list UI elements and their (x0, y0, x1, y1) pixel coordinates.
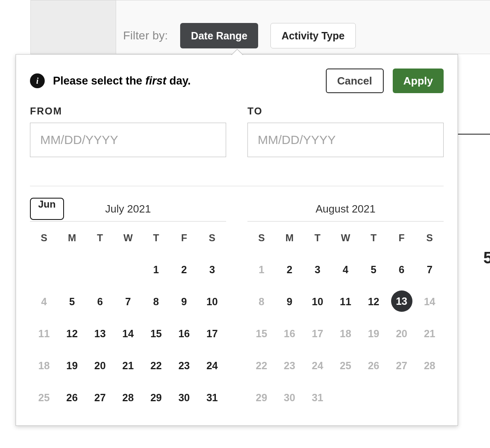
calendar-day[interactable]: 23 (170, 354, 198, 377)
calendar-dow: F (387, 232, 415, 249)
hint-suffix: day. (166, 75, 191, 87)
calendar-day: 11 (30, 322, 58, 345)
calendar-dow: S (198, 232, 226, 249)
calendar-day[interactable]: 15 (142, 322, 170, 345)
calendar-day: 22 (247, 354, 275, 377)
popover-caret-icon (231, 49, 243, 55)
calendar-day: 17 (304, 322, 332, 345)
calendar-day: 4 (30, 290, 58, 313)
calendar-day[interactable]: 2 (275, 258, 303, 281)
calendar-dow: S (416, 232, 444, 249)
calendar-day[interactable]: 17 (198, 322, 226, 345)
calendar-dow: F (170, 232, 198, 249)
filter-by-label: Filter by: (123, 29, 168, 42)
calendar-dow: M (58, 232, 86, 249)
calendar-day (359, 386, 387, 409)
calendar-day[interactable]: 21 (114, 354, 142, 377)
calendar-dow: M (275, 232, 303, 249)
calendar-day: 15 (247, 322, 275, 345)
calendar-day[interactable]: 20 (86, 354, 114, 377)
calendar-dow: T (304, 232, 332, 249)
calendar-day[interactable]: 31 (198, 386, 226, 409)
calendar-day: 31 (304, 386, 332, 409)
calendar-day (86, 258, 114, 281)
calendar-day: 14 (416, 290, 444, 313)
filter-header: Filter by: Date Range Activity Type (0, 0, 490, 54)
calendar-day[interactable]: 9 (275, 290, 303, 313)
hint-emphasis: first (145, 75, 166, 87)
calendar-day[interactable]: 28 (114, 386, 142, 409)
calendar-day[interactable]: 2 (170, 258, 198, 281)
calendar-day[interactable]: 30 (170, 386, 198, 409)
calendar-day[interactable]: 12 (58, 322, 86, 345)
from-date-input[interactable] (30, 123, 226, 157)
calendar-day: 27 (387, 354, 415, 377)
calendar-day: 29 (247, 386, 275, 409)
hint-prefix: Please select the (53, 75, 145, 87)
calendar-day-selected[interactable]: 13 (391, 290, 412, 312)
hint-text: i Please select the first day. (30, 73, 191, 88)
calendar-day[interactable]: 7 (114, 290, 142, 313)
apply-button[interactable]: Apply (393, 69, 444, 93)
filter-activity-type-tab[interactable]: Activity Type (270, 23, 356, 48)
calendar-day[interactable]: 7 (416, 258, 444, 281)
calendar-day[interactable]: 4 (332, 258, 359, 281)
info-icon: i (30, 73, 45, 88)
calendar-day (387, 386, 415, 409)
calendar-day[interactable]: 10 (304, 290, 332, 313)
calendar-day: 8 (247, 290, 275, 313)
calendar-day: 18 (332, 322, 359, 345)
calendar-dow: S (30, 232, 58, 249)
calendar-left: Jun July 2021 SMTWTFS1234567891011121314… (30, 197, 226, 409)
calendar-day: 25 (30, 386, 58, 409)
calendar-day[interactable]: 6 (387, 258, 415, 281)
calendar-day[interactable]: 11 (332, 290, 359, 313)
calendar-day[interactable]: 16 (170, 322, 198, 345)
calendar-day[interactable]: 1 (142, 258, 170, 281)
calendar-day[interactable]: 29 (142, 386, 170, 409)
calendar-day: 24 (304, 354, 332, 377)
calendar-day: 19 (359, 322, 387, 345)
calendar-day[interactable]: 12 (359, 290, 387, 313)
calendar-dow: T (86, 232, 114, 249)
calendar-day[interactable]: 3 (198, 258, 226, 281)
calendar-day: 30 (275, 386, 303, 409)
calendar-day[interactable]: 26 (58, 386, 86, 409)
calendar-day: 20 (387, 322, 415, 345)
calendar-day: 16 (275, 322, 303, 345)
calendar-day: 23 (275, 354, 303, 377)
calendar-day[interactable]: 14 (114, 322, 142, 345)
header-bg-left (30, 0, 117, 54)
calendar-dow: W (114, 232, 142, 249)
calendar-day[interactable]: 24 (198, 354, 226, 377)
calendar-day[interactable]: 27 (86, 386, 114, 409)
calendar-day[interactable]: 5 (359, 258, 387, 281)
calendar-day[interactable]: 10 (198, 290, 226, 313)
to-date-input[interactable] (247, 123, 444, 157)
prev-month-button[interactable]: Jun (30, 198, 64, 220)
calendar-day: 26 (359, 354, 387, 377)
calendar-day: 18 (30, 354, 58, 377)
calendar-day[interactable]: 13 (86, 322, 114, 345)
bg-partial-number: 5 (483, 249, 490, 267)
calendar-day (114, 258, 142, 281)
calendar-day[interactable]: 22 (142, 354, 170, 377)
calendar-day: 28 (416, 354, 444, 377)
calendar-dow: S (247, 232, 275, 249)
calendar-day (30, 258, 58, 281)
calendar-dow: T (142, 232, 170, 249)
calendar-day[interactable]: 3 (304, 258, 332, 281)
calendar-dow: W (332, 232, 359, 249)
bg-divider (455, 134, 490, 135)
cancel-button[interactable]: Cancel (326, 69, 384, 93)
calendar-day[interactable]: 19 (58, 354, 86, 377)
calendar-day[interactable]: 9 (170, 290, 198, 313)
from-label: FROM (30, 105, 226, 117)
calendar-day: 25 (332, 354, 359, 377)
calendar-dow: T (359, 232, 387, 249)
date-range-popover: i Please select the first day. Cancel Ap… (16, 54, 458, 426)
filter-date-range-tab[interactable]: Date Range (180, 23, 258, 48)
calendar-day[interactable]: 5 (58, 290, 86, 313)
calendar-day[interactable]: 6 (86, 290, 114, 313)
calendar-day[interactable]: 8 (142, 290, 170, 313)
